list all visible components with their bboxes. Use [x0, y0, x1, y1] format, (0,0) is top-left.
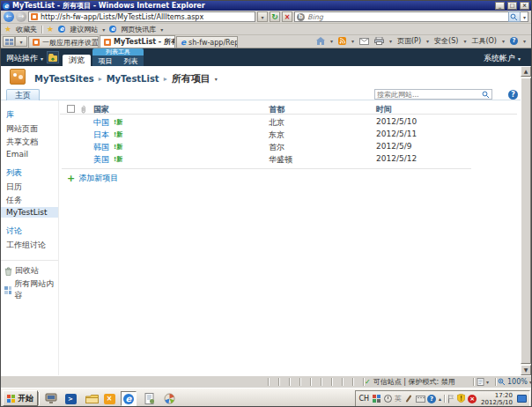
ime-mode-indicator[interactable]: 英: [395, 394, 402, 403]
sidebar-item-site-pages[interactable]: 网站页面: [1, 122, 58, 136]
folder-explorer-icon[interactable]: [84, 391, 100, 406]
magnifier-icon[interactable]: [482, 91, 490, 99]
user-account-menu[interactable]: 系统帐户 ▾: [484, 53, 521, 64]
breadcrumb-site-link[interactable]: MyTestSites: [34, 74, 94, 84]
chevron-down-icon: ▾: [518, 56, 521, 62]
search-go-button[interactable]: [508, 11, 521, 22]
sidebar-item-team-discussion[interactable]: 工作组讨论: [1, 239, 58, 252]
tab-mytestlist[interactable]: MyTestList - 所有项目 ×: [100, 35, 175, 48]
breadcrumb-view-name[interactable]: 所有项目: [172, 72, 211, 85]
navigate-up-button[interactable]: [47, 51, 59, 63]
sidebar-footer: 回收站 所有网站内容: [1, 260, 58, 302]
powershell-icon[interactable]: >: [63, 391, 78, 406]
print-icon[interactable]: [374, 37, 384, 45]
add-favorite-icon[interactable]: ★: [47, 25, 54, 33]
url-dropdown-button[interactable]: ▾: [257, 11, 268, 22]
table-row[interactable]: 日本 !新 东京 2012/5/11: [60, 128, 521, 140]
view-dropdown-icon[interactable]: ▾: [215, 76, 218, 82]
tab-reportserver[interactable]: e sh-fw-app/ReportServe...: [176, 36, 238, 48]
display-tray-icon[interactable]: [517, 395, 527, 403]
site-actions-menu[interactable]: 网站操作 ▾: [6, 53, 43, 64]
ribbon-tab-list[interactable]: 列表: [118, 56, 144, 66]
language-help-icon[interactable]: ?: [427, 395, 436, 403]
toolbar-options-chevron-icon[interactable]: ▴: [439, 396, 441, 402]
sidebar-item-shared-documents[interactable]: 共享文档: [1, 136, 58, 149]
keyboard-icon[interactable]: [416, 395, 425, 403]
scrollbar-thumb[interactable]: [521, 78, 531, 364]
sidebar-item-email[interactable]: Email: [1, 149, 58, 159]
table-row[interactable]: 韩国 !新 首尔 2012/5/9: [60, 140, 521, 152]
item-title-link[interactable]: 美国: [93, 154, 109, 166]
stop-button[interactable]: ×: [282, 11, 292, 22]
quick-tabs-button[interactable]: [3, 36, 15, 47]
column-header-country[interactable]: 国家: [93, 104, 109, 115]
url-field[interactable]: http://sh-fw-app/Lists/MyTestList/AllIte…: [28, 11, 255, 22]
chevron-down-icon[interactable]: ▾: [389, 38, 392, 44]
page-help-icon[interactable]: ?: [508, 90, 518, 100]
start-button[interactable]: 开始: [3, 390, 38, 406]
media-app-icon[interactable]: [161, 391, 177, 406]
pen-icon[interactable]: [404, 395, 413, 403]
sidebar-item-all-site-content[interactable]: 所有网站内容: [1, 278, 58, 302]
tray-clock[interactable]: 17:20 2012/5/10: [479, 392, 514, 406]
home-icon[interactable]: [316, 37, 325, 45]
page-menu-button[interactable]: 页面(P): [397, 36, 421, 46]
internet-explorer-taskbar-icon[interactable]: e: [121, 391, 137, 406]
tab-list-button[interactable]: ▾: [15, 36, 27, 47]
notification-flag-icon[interactable]: [447, 395, 454, 403]
favorites-button[interactable]: 收藏夹: [16, 25, 37, 34]
network-error-icon[interactable]: ×: [468, 395, 477, 403]
chevron-down-icon[interactable]: ▾: [330, 38, 333, 44]
select-all-checkbox[interactable]: [67, 105, 75, 113]
scroll-down-button[interactable]: ▼: [521, 365, 531, 375]
help-icon[interactable]: ?: [510, 37, 518, 45]
sharepoint-admin-icon[interactable]: ×: [101, 391, 117, 406]
chevron-down-icon[interactable]: ▾: [351, 38, 354, 44]
status-page-button[interactable]: ▾: [477, 376, 489, 388]
sidebar-item-calendar[interactable]: 日历: [1, 181, 58, 194]
ime-toolbar-icon[interactable]: [372, 395, 381, 403]
refresh-button[interactable]: ↻: [270, 11, 280, 22]
web-slices-button[interactable]: 网页快讯库: [121, 25, 156, 34]
safety-menu-button[interactable]: 安全(S): [434, 36, 458, 46]
maximize-button[interactable]: □: [507, 2, 517, 10]
table-row[interactable]: 中国 !新 北京 2012/5/10: [60, 115, 521, 128]
sidebar-item-tasks[interactable]: 任务: [1, 194, 58, 207]
zoom-control[interactable]: 100% ▾: [498, 376, 532, 388]
browser-search-box[interactable]: b ▾: [294, 11, 528, 22]
suggested-sites-button[interactable]: 建议网站: [70, 25, 98, 34]
tab-home[interactable]: 主页: [6, 89, 40, 100]
server-manager-icon[interactable]: [43, 391, 59, 406]
add-new-item-link[interactable]: + 添加新项目: [67, 173, 118, 184]
back-button[interactable]: ←: [4, 11, 14, 22]
clock-tray-icon[interactable]: [383, 395, 392, 403]
search-options-chevron-icon[interactable]: ▾: [523, 14, 526, 20]
language-indicator[interactable]: CH: [358, 395, 369, 403]
column-header-capital[interactable]: 首都: [269, 104, 284, 115]
taskbar: 开始 > × e CH 英 ? ▴: [1, 388, 531, 407]
mail-icon[interactable]: [359, 38, 369, 45]
document-settings-icon[interactable]: [142, 391, 158, 406]
table-row[interactable]: 美国 !新 华盛顿 2012/5/12: [60, 152, 521, 165]
vertical-scrollbar[interactable]: ▲ ▼: [521, 66, 531, 375]
sidebar-item-mytestlist[interactable]: MyTestList: [1, 207, 58, 218]
scroll-up-button[interactable]: ▲: [521, 66, 531, 77]
tab-central-admin[interactable]: 一般应用程序设置: [28, 36, 99, 48]
site-search-input[interactable]: [377, 91, 480, 99]
site-search-box[interactable]: [374, 89, 492, 100]
divider: [38, 392, 40, 405]
security-shield-icon[interactable]: [457, 394, 465, 404]
ribbon-tab-browse[interactable]: 浏览: [63, 55, 91, 66]
windows-flag-icon: [7, 395, 15, 403]
browser-search-input[interactable]: [307, 13, 506, 21]
forward-button[interactable]: →: [16, 11, 26, 22]
rss-feed-icon[interactable]: [338, 37, 346, 45]
tools-menu-button[interactable]: 工具(O): [471, 36, 497, 46]
ribbon-tab-items[interactable]: 项目: [92, 56, 118, 66]
breadcrumb-list-link[interactable]: MyTestList: [107, 74, 159, 84]
close-button[interactable]: ×: [520, 2, 529, 10]
column-header-time[interactable]: 时间: [376, 104, 392, 115]
sidebar-item-recycle-bin[interactable]: 回收站: [1, 264, 58, 278]
minimize-button[interactable]: _: [495, 2, 505, 10]
list-view: 国家 首都 时间 中国 !新 北京 2012/5/10 日本 !新 东京: [60, 100, 521, 375]
